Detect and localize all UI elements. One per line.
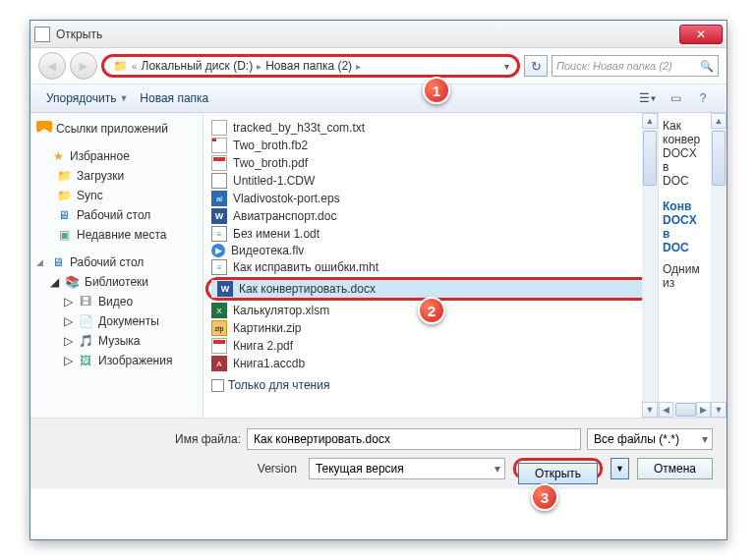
checkbox-icon[interactable] [211, 379, 224, 392]
scroll-thumb[interactable] [712, 131, 726, 186]
accdb-icon: A [211, 356, 227, 371]
places-icon: ▣ [56, 227, 72, 243]
preview-pane: Как конвер DOCX в DOC Конв DOCX в DOC Од… [658, 113, 727, 418]
chevron-right-icon: ▸ [257, 61, 262, 72]
file-row[interactable]: Two_broth.pdf [205, 154, 656, 172]
help-button[interactable]: ? [689, 87, 717, 109]
bottom-panel: Имя файла: Все файлы (*.*) Version Текущ… [30, 418, 727, 489]
sidebar-item-video[interactable]: ▷🎞Видео [34, 292, 199, 311]
search-placeholder: Поиск: Новая папка (2) [556, 60, 672, 72]
expand-icon[interactable]: ◢ [50, 275, 59, 289]
file-row[interactable]: aiVladivostok-port.eps [205, 190, 656, 207]
open-dropdown[interactable]: ▼ [611, 458, 629, 479]
file-row[interactable]: ≡Как исправить ошибки.mht [205, 258, 656, 276]
txt-icon [211, 120, 227, 136]
folder-icon: 📁 [112, 58, 128, 74]
desktop-icon: 🖥 [50, 254, 66, 270]
sidebar-item-documents[interactable]: ▷📄Документы [34, 311, 199, 331]
scroll-right-icon[interactable]: ▶ [696, 402, 711, 418]
filename-label: Имя файла: [44, 432, 241, 446]
file-scrollbar[interactable]: ▲ ▼ [642, 113, 658, 418]
sidebar: Ссылки приложений ★Избранное 📁Загрузки 📁… [30, 113, 204, 418]
breadcrumb-seg-drive[interactable]: Локальный диск (D:) [142, 59, 254, 73]
xlsm-icon: X [211, 303, 227, 318]
file-row[interactable]: ▶Видеотека.flv [205, 243, 656, 258]
forward-button[interactable]: ► [70, 52, 97, 80]
breadcrumb-seg-folder[interactable]: Новая папка (2) [265, 59, 352, 73]
new-folder-button[interactable]: Новая папка [134, 89, 214, 107]
organize-menu[interactable]: Упорядочить▼ [40, 89, 134, 107]
close-button[interactable]: ✕ [679, 25, 723, 44]
expand-icon[interactable]: ▷ [64, 314, 73, 328]
nav-row: ◄ ► 📁 « Локальный диск (D:) ▸ Новая папк… [30, 48, 727, 84]
eps-icon: ai [211, 191, 227, 206]
refresh-button[interactable]: ↻ [524, 55, 548, 77]
view-menu[interactable]: ☰▼ [634, 87, 662, 109]
filename-input[interactable] [247, 428, 581, 450]
app-icon [34, 27, 50, 42]
preview-scrollbar-h[interactable]: ◀ ▶ [659, 402, 711, 418]
sidebar-favorites[interactable]: ★Избранное [34, 146, 199, 166]
folder-icon: 📁 [56, 168, 72, 184]
image-icon: 🖼 [78, 353, 93, 368]
titlebar[interactable]: Открыть ✕ [30, 21, 727, 48]
open-button-highlight: Открыть [513, 458, 603, 479]
scroll-left-icon[interactable]: ◀ [659, 402, 673, 418]
sidebar-app-links[interactable]: Ссылки приложений [34, 119, 199, 139]
file-row[interactable]: Two_broth.fb2 [205, 137, 656, 154]
search-input[interactable]: Поиск: Новая папка (2) 🔍 [552, 55, 719, 77]
annotation-badge-2: 2 [418, 297, 445, 324]
file-list[interactable]: tracked_by_h33t_com.txt Two_broth.fb2 Tw… [204, 113, 658, 418]
readonly-checkbox[interactable]: Только для чтения [211, 378, 656, 392]
version-combo[interactable]: Текущая версия [309, 458, 505, 479]
file-row[interactable]: WАвиатранспорт.doc [205, 207, 656, 225]
expand-icon[interactable]: ◢ [36, 257, 46, 267]
music-icon: 🎵 [78, 333, 93, 349]
pdf-icon [211, 338, 227, 354]
file-row[interactable]: Untitled-1.CDW [205, 172, 656, 190]
back-button[interactable]: ◄ [38, 52, 66, 80]
sidebar-item-music[interactable]: ▷🎵Музыка [34, 331, 199, 351]
docx-icon: W [217, 281, 233, 297]
version-label: Version [258, 462, 297, 476]
scroll-thumb[interactable] [643, 131, 657, 186]
scroll-down-icon[interactable]: ▼ [642, 402, 658, 418]
star-icon: ★ [50, 148, 66, 164]
sidebar-desktop-group[interactable]: ◢🖥Рабочий стол [34, 252, 199, 272]
expand-icon[interactable]: ▷ [64, 295, 73, 308]
toolbar: Упорядочить▼ Новая папка ☰▼ ▭ ? [30, 84, 727, 113]
annotation-badge-1: 1 [423, 77, 450, 104]
scroll-up-icon[interactable]: ▲ [711, 113, 727, 129]
open-button[interactable]: Открыть [518, 463, 598, 484]
scroll-thumb[interactable] [675, 403, 696, 417]
file-row[interactable]: AКнига1.accdb [205, 355, 656, 372]
expand-icon[interactable]: ▷ [64, 354, 73, 367]
fb2-icon [211, 138, 227, 153]
file-row[interactable]: ≡Без имени 1.odt [205, 225, 656, 243]
file-row[interactable]: Книга 2.pdf [205, 337, 656, 355]
folder-icon: 📁 [56, 188, 72, 203]
dropdown-icon[interactable]: ▾ [504, 61, 509, 72]
zip-icon: zip [211, 320, 227, 336]
breadcrumb[interactable]: 📁 « Локальный диск (D:) ▸ Новая папка (2… [101, 54, 520, 78]
cdw-icon [211, 173, 227, 189]
scroll-up-icon[interactable]: ▲ [642, 113, 658, 129]
video-icon: 🎞 [78, 294, 93, 309]
preview-scrollbar-v[interactable]: ▲ ▼ [711, 113, 727, 418]
scroll-down-icon[interactable]: ▼ [711, 402, 727, 418]
file-filter-combo[interactable]: Все файлы (*.*) [587, 428, 713, 450]
odt-icon: ≡ [211, 226, 227, 242]
document-icon: 📄 [78, 313, 93, 329]
chevron-icon: « [132, 61, 138, 72]
sidebar-item-libraries[interactable]: ◢📚Библиотеки [34, 272, 199, 292]
sidebar-item-downloads[interactable]: 📁Загрузки [34, 166, 199, 186]
expand-icon[interactable]: ▷ [64, 334, 73, 348]
file-row[interactable]: tracked_by_h33t_com.txt [205, 119, 656, 137]
preview-toggle[interactable]: ▭ [662, 87, 689, 109]
sidebar-item-sync[interactable]: 📁Sync [34, 186, 199, 205]
sidebar-item-recent[interactable]: ▣Недавние места [34, 225, 199, 245]
mht-icon: ≡ [211, 259, 227, 275]
sidebar-item-desktop[interactable]: 🖥Рабочий стол [34, 205, 199, 225]
sidebar-item-images[interactable]: ▷🖼Изображения [34, 351, 199, 370]
cancel-button[interactable]: Отмена [637, 458, 713, 479]
